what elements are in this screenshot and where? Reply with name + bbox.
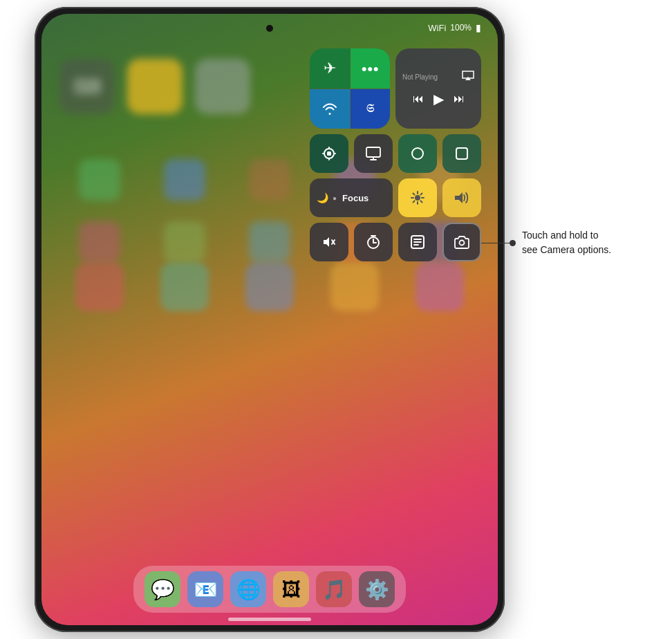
cc-green-2[interactable]	[442, 134, 481, 173]
svg-point-25	[460, 241, 465, 246]
dock: 💬 📧 🌐 🖼 🎵 ⚙️	[133, 566, 406, 613]
front-camera	[266, 25, 273, 32]
home-indicator	[228, 618, 311, 621]
wifi-button[interactable]	[310, 89, 350, 129]
rewind-button[interactable]: ⏮	[413, 93, 424, 105]
home-icon-grid-bg: ⌨	[59, 59, 250, 114]
blurred-lb-4	[330, 263, 379, 311]
volume-slider[interactable]	[442, 178, 481, 217]
connectivity-tile[interactable]: ✈ ●●● 𝔖	[310, 48, 390, 129]
dock-icon-6[interactable]: ⚙️	[359, 571, 395, 607]
airplane-mode-button[interactable]: ✈	[310, 48, 350, 89]
dock-icon-3[interactable]: 🌐	[230, 571, 266, 607]
svg-rect-1	[327, 151, 331, 156]
svg-point-5	[415, 195, 420, 201]
svg-marker-14	[455, 192, 463, 203]
blurred-icon-red	[249, 159, 290, 201]
blurred-icon-sky	[249, 221, 290, 263]
control-center: ✈ ●●● 𝔖 Not Playing	[310, 48, 481, 267]
svg-rect-2	[366, 147, 380, 157]
blurred-app-notes	[127, 59, 183, 114]
blurred-icon-green	[79, 159, 120, 201]
focus-moon-icon: 🌙	[317, 192, 328, 203]
ipad-screen: WiFi 100% ▮ ⌨	[41, 14, 498, 625]
focus-label: Focus	[342, 193, 368, 203]
lock-rotation-button[interactable]	[310, 134, 348, 173]
annotation-group: Touch and hold to see Camera options.	[477, 228, 611, 257]
cc-green-1[interactable]	[398, 134, 437, 173]
airplay-button[interactable]	[462, 70, 474, 84]
blurred-icon-pink	[79, 221, 120, 263]
ipad-frame: WiFi 100% ▮ ⌨	[35, 7, 505, 632]
notes-button[interactable]	[398, 223, 437, 261]
cc-row-3: 🌙 ● Focus	[310, 178, 481, 217]
mute-button[interactable]	[310, 223, 348, 261]
svg-line-10	[413, 194, 415, 195]
blurred-icon-blue	[164, 159, 205, 201]
focus-small-icon: ●	[333, 194, 337, 202]
battery-icon: ▮	[476, 22, 481, 33]
brightness-slider[interactable]	[398, 178, 437, 217]
battery-percentage: 100%	[450, 23, 472, 33]
dock-icon-1[interactable]: 💬	[144, 571, 180, 607]
svg-point-3	[412, 148, 423, 159]
svg-rect-4	[456, 148, 467, 159]
blurred-lb-1	[75, 263, 124, 311]
annotation-line1: Touch and hold to	[522, 228, 611, 243]
now-playing-tile[interactable]: Not Playing ⏮ ▶ ⏭	[395, 48, 481, 129]
cc-row-2	[310, 134, 481, 173]
now-playing-controls: ⏮ ▶ ⏭	[413, 91, 465, 107]
annotation-text: Touch and hold to see Camera options.	[522, 228, 611, 257]
wifi-status-icon: WiFi	[428, 23, 446, 33]
focus-tile[interactable]: 🌙 ● Focus	[310, 178, 393, 217]
svg-line-12	[420, 194, 422, 195]
blurred-lb-5	[416, 263, 464, 311]
blurred-app-terminal: ⌨	[59, 59, 115, 114]
blurred-lb-2	[160, 263, 209, 311]
status-bar-right: WiFi 100% ▮	[428, 22, 481, 33]
annotation-line	[477, 243, 515, 243]
blurred-app-gray	[195, 59, 250, 114]
svg-line-11	[420, 201, 422, 202]
dock-icon-5[interactable]: 🎵	[316, 571, 352, 607]
annotation-dot	[510, 240, 516, 246]
now-playing-header: Not Playing	[402, 70, 474, 84]
cc-row-4	[310, 223, 481, 261]
blurred-lb-3	[245, 263, 294, 311]
annotation-line2: see Camera options.	[522, 243, 611, 257]
camera-button[interactable]	[442, 223, 481, 261]
bluetooth-button[interactable]: 𝔖	[351, 89, 391, 129]
cc-row-1: ✈ ●●● 𝔖 Not Playing	[310, 48, 481, 129]
large-blurred-icons	[62, 263, 477, 311]
timer-button[interactable]	[354, 223, 393, 261]
play-button[interactable]: ▶	[433, 91, 444, 107]
dock-icon-2[interactable]: 📧	[187, 571, 223, 607]
fastforward-button[interactable]: ⏭	[454, 93, 465, 105]
now-playing-label: Not Playing	[402, 73, 438, 81]
blurred-icon-lime	[164, 221, 205, 263]
cellular-button[interactable]: ●●●	[351, 48, 391, 89]
svg-line-13	[413, 201, 415, 202]
screen-mirror-button[interactable]	[354, 134, 393, 173]
dock-icon-4[interactable]: 🖼	[273, 571, 309, 607]
